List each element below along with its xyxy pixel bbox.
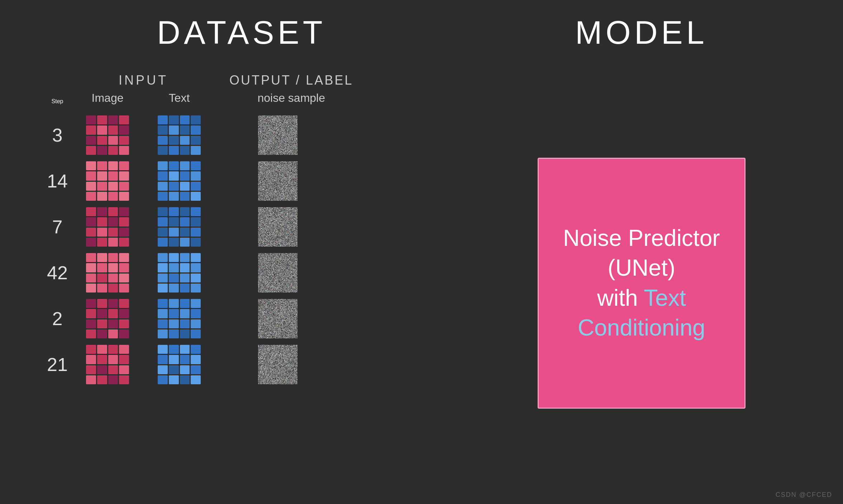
model-line3-plain: with bbox=[597, 285, 644, 311]
col-output-group: OUTPUT / LABEL noise sample bbox=[229, 73, 353, 105]
page-wrapper: DATASET MODEL Step INPUT Image Text bbox=[0, 0, 843, 504]
col-step-header: Step bbox=[29, 98, 86, 105]
noise-sample bbox=[258, 299, 297, 338]
col-input-group: INPUT Image Text bbox=[86, 73, 201, 105]
text-grid bbox=[158, 207, 201, 247]
step-value: 21 bbox=[29, 354, 86, 375]
watermark: CSDN @CFCED bbox=[776, 491, 832, 499]
table-row: 7 bbox=[29, 207, 462, 247]
noise-canvas-5 bbox=[258, 299, 297, 338]
dataset-header: DATASET bbox=[22, 14, 462, 51]
noise-sample bbox=[258, 207, 297, 247]
step-label: Step bbox=[52, 98, 63, 104]
model-text-highlight2: Conditioning bbox=[578, 315, 705, 341]
noise-canvas-6 bbox=[258, 345, 297, 384]
step-value: 3 bbox=[29, 124, 86, 146]
data-rows: 3 bbox=[22, 115, 462, 384]
table-row: 3 bbox=[29, 115, 462, 155]
image-col-label: Image bbox=[86, 91, 129, 105]
step-value: 7 bbox=[29, 216, 86, 238]
text-grid bbox=[158, 115, 201, 155]
dataset-title: DATASET bbox=[22, 14, 462, 51]
dataset-section: Step INPUT Image Text OUTPUT / LABEL noi… bbox=[22, 73, 462, 493]
image-grid bbox=[86, 115, 129, 155]
text-col-label: Text bbox=[158, 91, 201, 105]
noise-canvas-4 bbox=[258, 253, 297, 293]
output-label: OUTPUT / LABEL bbox=[229, 73, 353, 88]
top-headers: DATASET MODEL bbox=[22, 14, 821, 51]
image-grid bbox=[86, 299, 129, 338]
image-grid bbox=[86, 253, 129, 293]
image-grid bbox=[86, 345, 129, 384]
model-header: MODEL bbox=[462, 14, 821, 51]
noise-sample bbox=[258, 115, 297, 155]
noise-canvas-1 bbox=[258, 115, 297, 155]
model-line2: (UNet) bbox=[608, 255, 675, 281]
input-label: INPUT bbox=[119, 73, 168, 88]
text-grid bbox=[158, 299, 201, 338]
model-title: MODEL bbox=[462, 14, 821, 51]
noise-canvas-2 bbox=[258, 161, 297, 201]
content-area: Step INPUT Image Text OUTPUT / LABEL noi… bbox=[22, 73, 821, 493]
text-grid bbox=[158, 253, 201, 293]
step-value: 42 bbox=[29, 262, 86, 284]
table-row: 2 bbox=[29, 299, 462, 338]
text-grid bbox=[158, 161, 201, 201]
noise-canvas-3 bbox=[258, 207, 297, 247]
table-row: 42 bbox=[29, 253, 462, 293]
model-line1: Noise Predictor bbox=[563, 225, 720, 251]
column-headers: Step INPUT Image Text OUTPUT / LABEL noi… bbox=[22, 73, 462, 105]
noise-sample bbox=[258, 345, 297, 384]
image-grid bbox=[86, 161, 129, 201]
noise-col-label: noise sample bbox=[257, 91, 325, 105]
noise-sample bbox=[258, 161, 297, 201]
model-box: Noise Predictor (UNet) with Text Conditi… bbox=[538, 158, 746, 409]
model-text-highlight1: Text bbox=[644, 285, 686, 311]
input-sublabels: Image Text bbox=[86, 91, 201, 105]
model-text: Noise Predictor (UNet) with Text Conditi… bbox=[563, 223, 720, 343]
table-row: 21 bbox=[29, 345, 462, 384]
step-value: 2 bbox=[29, 308, 86, 329]
model-section: Noise Predictor (UNet) with Text Conditi… bbox=[462, 73, 821, 493]
noise-sample bbox=[258, 253, 297, 293]
step-value: 14 bbox=[29, 170, 86, 192]
table-row: 14 bbox=[29, 161, 462, 201]
text-grid bbox=[158, 345, 201, 384]
image-grid bbox=[86, 207, 129, 247]
